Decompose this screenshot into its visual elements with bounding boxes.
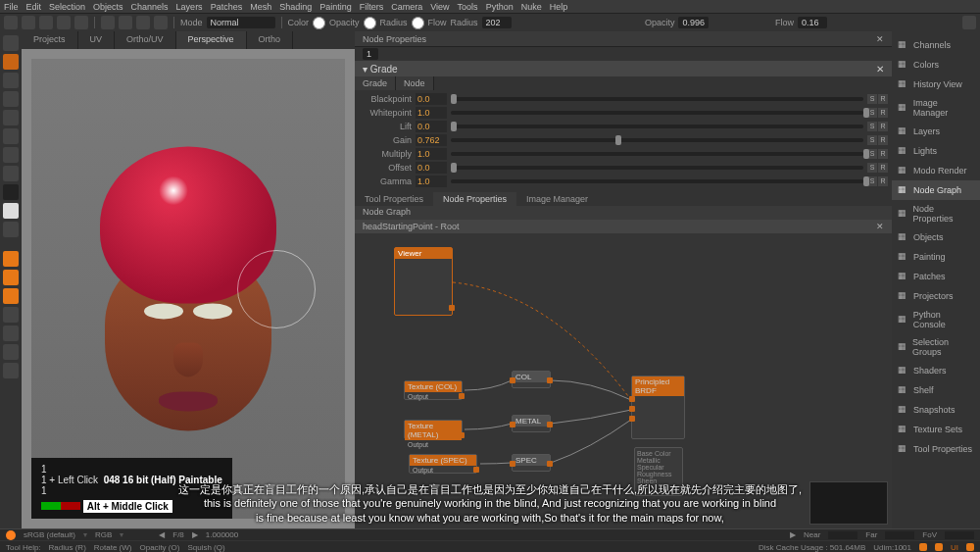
- close-icon[interactable]: ✕: [876, 222, 884, 231]
- file-new-icon[interactable]: [4, 16, 18, 29]
- tab-uv[interactable]: UV: [78, 31, 116, 49]
- menu-filters[interactable]: Filters: [360, 2, 384, 12]
- param-s-button[interactable]: S: [867, 163, 877, 173]
- param-s-button[interactable]: S: [867, 122, 877, 131]
- param-slider[interactable]: [451, 111, 863, 115]
- menu-mesh[interactable]: Mesh: [250, 2, 271, 12]
- menu-camera[interactable]: Camera: [391, 2, 422, 12]
- status-dot-3[interactable]: [966, 543, 974, 551]
- file-save-icon[interactable]: [39, 16, 53, 29]
- param-slider[interactable]: [451, 138, 863, 142]
- node-principled-brdf[interactable]: Principled BRDF: [631, 376, 685, 439]
- section-close-icon[interactable]: ✕: [876, 64, 884, 75]
- panel-image-manager[interactable]: ▦Image Manager: [892, 94, 980, 122]
- move-icon[interactable]: [154, 16, 168, 29]
- flow-radio[interactable]: [412, 17, 424, 29]
- menu-view[interactable]: View: [430, 2, 449, 12]
- panel-channels[interactable]: ▦Channels: [892, 35, 980, 55]
- shape-tool-icon[interactable]: [3, 363, 19, 378]
- panel-shelf[interactable]: ▦Shelf: [892, 380, 980, 400]
- flow-value[interactable]: 0.16: [798, 17, 827, 28]
- exposure-value[interactable]: 1.000000: [206, 530, 238, 539]
- select-icon[interactable]: [136, 16, 150, 29]
- opacity-value[interactable]: 0.996: [678, 17, 709, 28]
- node-texture-spec[interactable]: Texture (SPEC)Output: [409, 454, 477, 474]
- panel-layers[interactable]: ▦Layers: [892, 122, 980, 141]
- play-icon[interactable]: ▶: [790, 530, 796, 539]
- paint-mode-icon[interactable]: [3, 251, 19, 267]
- panel-texture-sets[interactable]: ▦Texture Sets: [892, 420, 980, 439]
- opacity-radio[interactable]: [313, 17, 325, 29]
- panel-history-view[interactable]: ▦History View: [892, 75, 980, 94]
- radius-value[interactable]: 202: [482, 17, 512, 28]
- param-slider[interactable]: [451, 125, 863, 128]
- lasso-tool-icon[interactable]: [3, 73, 19, 88]
- param-value[interactable]: 0.762: [416, 134, 447, 146]
- pan-tool-icon[interactable]: [3, 91, 19, 107]
- status-dot-1[interactable]: [919, 543, 927, 551]
- param-r-button[interactable]: R: [878, 135, 888, 145]
- redo-icon[interactable]: [74, 16, 88, 29]
- menu-objects[interactable]: Objects: [93, 2, 123, 12]
- paste-icon[interactable]: [119, 16, 132, 29]
- tab-node-props[interactable]: Node Properties: [433, 192, 516, 206]
- param-slider[interactable]: [451, 97, 863, 101]
- blur-tool-icon[interactable]: [3, 326, 19, 341]
- text-tool-icon[interactable]: [3, 344, 19, 360]
- menu-channels[interactable]: Channels: [131, 2, 169, 12]
- erase-mode-icon[interactable]: [3, 270, 19, 285]
- pointer-tool-icon[interactable]: [3, 35, 19, 51]
- panel-python-console[interactable]: ▦Python Console: [892, 306, 980, 333]
- node-texture-col[interactable]: Texture (COL)Output: [404, 380, 463, 400]
- vector-tool-icon[interactable]: [3, 307, 19, 323]
- param-slider[interactable]: [451, 166, 863, 170]
- tab-image-mgr[interactable]: Image Manager: [516, 192, 598, 206]
- param-value[interactable]: 0.0: [416, 162, 447, 174]
- panel-lights[interactable]: ▦Lights: [892, 141, 980, 161]
- node-metal[interactable]: METAL: [512, 415, 551, 432]
- tab-perspective[interactable]: Perspective: [176, 31, 247, 49]
- param-r-button[interactable]: R: [878, 94, 888, 104]
- node-viewer[interactable]: Viewer: [394, 247, 453, 316]
- menu-nuke[interactable]: Nuke: [521, 2, 542, 12]
- param-value[interactable]: 1.0: [416, 148, 447, 160]
- nodegraph-path[interactable]: headStartingPoint - Root✕: [355, 220, 892, 233]
- menu-shading[interactable]: Shading: [279, 2, 312, 12]
- pen-tool-icon[interactable]: [3, 166, 19, 181]
- panel-patches[interactable]: ▦Patches: [892, 267, 980, 286]
- node-spec[interactable]: SPEC: [512, 454, 551, 472]
- node-col[interactable]: COL: [512, 371, 551, 388]
- grade-section-header[interactable]: ▾ Grade ✕: [355, 61, 892, 76]
- bg-color-swatch[interactable]: [3, 203, 19, 219]
- viewport-3d[interactable]: 1 1 + Left Click 048 16 bit (Half) Paint…: [22, 49, 355, 528]
- panel-painting[interactable]: ▦Painting: [892, 247, 980, 267]
- panel-tool-properties[interactable]: ▦Tool Properties: [892, 439, 980, 459]
- rgb-label[interactable]: RGB: [95, 530, 112, 539]
- undo-icon[interactable]: [57, 16, 71, 29]
- menu-edit[interactable]: Edit: [26, 2, 42, 12]
- tab-ortho-uv[interactable]: Ortho/UV: [115, 31, 176, 49]
- brush-tool-icon[interactable]: [3, 54, 19, 70]
- menu-tools[interactable]: Tools: [458, 2, 478, 12]
- menu-layers[interactable]: Layers: [176, 2, 203, 12]
- param-value[interactable]: 0.0: [416, 93, 447, 105]
- param-slider[interactable]: [451, 152, 863, 156]
- grade-tab[interactable]: Grade: [355, 76, 396, 90]
- close-icon[interactable]: ✕: [876, 34, 884, 44]
- panel-modo-render[interactable]: ▦Modo Render: [892, 161, 980, 180]
- status-dot-2[interactable]: [935, 543, 943, 551]
- menu-patches[interactable]: Patches: [211, 2, 243, 12]
- panel-node-graph[interactable]: ▦Node Graph: [892, 180, 980, 200]
- copy-icon[interactable]: [101, 16, 115, 29]
- tab-projects[interactable]: Projects: [22, 31, 78, 49]
- panel-snapshots[interactable]: ▦Snapshots: [892, 400, 980, 420]
- clone-mode-icon[interactable]: [3, 288, 19, 304]
- render-indicator-icon[interactable]: [6, 530, 16, 540]
- menu-painting[interactable]: Painting: [319, 2, 352, 12]
- fg-color-swatch[interactable]: [3, 184, 19, 200]
- zoom-tool-icon[interactable]: [3, 110, 19, 125]
- param-value[interactable]: 0.0: [416, 121, 447, 132]
- rotate-tool-icon[interactable]: [3, 128, 19, 144]
- param-r-button[interactable]: R: [878, 108, 888, 118]
- eyedrop-tool-icon[interactable]: [3, 147, 19, 163]
